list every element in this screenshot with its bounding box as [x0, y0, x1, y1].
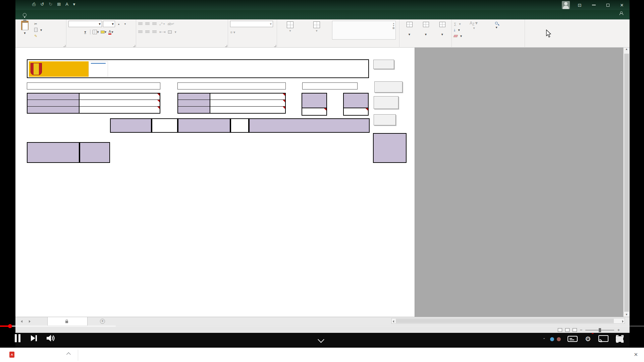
tray-expand-icon[interactable]: ⌃: [543, 338, 545, 341]
share-button[interactable]: [620, 11, 625, 15]
month-value-cell[interactable]: [230, 118, 249, 133]
zoom-slider[interactable]: [585, 330, 614, 330]
representante-section-title: [177, 82, 286, 89]
year-label-cell: [110, 118, 152, 133]
nombre-label: [178, 100, 210, 106]
cast-button[interactable]: [598, 335, 608, 343]
ere-value[interactable]: [79, 94, 160, 100]
zoom-in-icon[interactable]: +: [617, 327, 620, 333]
page-layout-icon[interactable]: [565, 328, 570, 332]
sort-filter-button[interactable]: AZ▼ ▾: [465, 21, 483, 39]
format-cells-button[interactable]: ▾: [434, 21, 450, 43]
empresa-table: [27, 93, 160, 114]
dia-hasta-value[interactable]: [343, 108, 369, 116]
divider: [78, 350, 78, 361]
next-sheet-icon[interactable]: [29, 320, 31, 323]
page-break-icon[interactable]: [573, 328, 577, 332]
find-select-button[interactable]: ▾: [486, 21, 507, 39]
sheet-tab-calendario[interactable]: [47, 317, 88, 326]
format-icon: [439, 22, 445, 27]
minimize-button[interactable]: [589, 1, 598, 9]
sheet-tab-bar: +: [15, 317, 630, 326]
month-label-cell: [178, 118, 230, 133]
fill-button[interactable]: ⤓ ▾: [454, 27, 462, 33]
close-download-bar-button[interactable]: ✕: [634, 352, 638, 358]
restore-button[interactable]: [603, 1, 612, 9]
player-controls-left: [14, 334, 64, 343]
sigma-icon: ∑: [454, 22, 457, 26]
progress-buffer: [0, 325, 116, 327]
avatar[interactable]: [562, 1, 570, 9]
next-button[interactable]: [30, 335, 38, 342]
dia-desde-label: [302, 93, 327, 108]
volume-button[interactable]: [46, 335, 55, 342]
sepe-logo: [89, 61, 108, 77]
zoom-out-icon[interactable]: −: [580, 327, 583, 333]
pause-button[interactable]: [14, 334, 21, 343]
pdf-file-icon: A: [9, 352, 14, 358]
month-name-cell: [249, 118, 370, 133]
ribbon-options-icon[interactable]: ⊡: [575, 1, 584, 9]
calculo-button[interactable]: [374, 96, 398, 109]
person-icon: [620, 11, 623, 15]
vertical-scrollbar-thumb[interactable]: [624, 54, 629, 312]
player-controls-right: ⚙: [568, 335, 624, 343]
dia-desde-value[interactable]: [302, 108, 327, 116]
ccc-value[interactable]: [79, 100, 160, 106]
hd-quality-badge: [592, 333, 594, 334]
horas-header: [79, 142, 110, 163]
vertical-scrollbar[interactable]: ▲ ▼: [623, 48, 630, 317]
tray-app2-icon[interactable]: [557, 337, 561, 341]
xml-button[interactable]: [374, 114, 396, 125]
download-bar: A ✕: [0, 348, 644, 362]
fill-down-icon: ⤓: [454, 28, 455, 32]
progress-scrubber[interactable]: [8, 324, 12, 328]
apellido-label: [178, 107, 210, 113]
nif-label: [28, 107, 79, 113]
subtitles-button[interactable]: [568, 335, 578, 343]
horizontal-scrollbar[interactable]: [391, 318, 625, 324]
mouse-cursor: [546, 29, 552, 38]
representante-table: [177, 93, 286, 114]
new-sheet-button[interactable]: +: [100, 319, 105, 324]
dni-nie-header: [27, 142, 79, 163]
nombre-value[interactable]: [210, 100, 285, 106]
nif-value[interactable]: [79, 107, 160, 113]
clear-button[interactable]: ▾: [454, 33, 462, 39]
ere-label: [28, 94, 79, 100]
normal-view-icon[interactable]: [558, 328, 562, 332]
year-value-cell[interactable]: [152, 118, 178, 133]
spain-crest-icon: [31, 63, 42, 75]
dia-hasta-label: [343, 93, 369, 108]
apellido-value[interactable]: [210, 107, 285, 113]
download-options-icon[interactable]: [66, 352, 71, 357]
ccc-label: [28, 100, 79, 106]
delete-icon: [423, 22, 429, 27]
form-header: [27, 59, 369, 78]
scroll-right-icon[interactable]: [622, 320, 624, 323]
settings-button[interactable]: ⚙: [585, 335, 591, 343]
ayuda-button[interactable]: [373, 60, 394, 69]
form-title: [108, 60, 370, 77]
delete-cells-button[interactable]: ▾: [418, 21, 434, 43]
total-dias-header: [373, 133, 407, 163]
borrar-button[interactable]: [374, 81, 402, 93]
fullscreen-button[interactable]: [616, 335, 624, 343]
progress-bar[interactable]: [0, 325, 644, 327]
periodo-section-title: [302, 82, 358, 89]
horizontal-scrollbar-thumb[interactable]: [396, 319, 614, 323]
empresa-section-title: [27, 82, 160, 89]
eraser-icon: [453, 35, 458, 37]
video-player: ⎙ ↺ ↻ ⊞ A ▾ ⊡ ✕: [0, 0, 644, 362]
group-editing: ∑ ▾ ⤓ ▾ ▾ AZ▼ ▾ ▾: [452, 19, 525, 48]
status-bar: − +: [15, 326, 630, 333]
magnifier-icon: [495, 22, 498, 24]
dni-value[interactable]: [210, 94, 285, 100]
lock-icon: [65, 321, 68, 323]
tray-app-icon[interactable]: [550, 337, 554, 341]
prev-sheet-icon[interactable]: [21, 320, 22, 323]
close-button[interactable]: ✕: [618, 1, 626, 9]
excel-window: ⎙ ↺ ↻ ⊞ A ▾ ⊡ ✕: [15, 0, 630, 348]
autosum-button[interactable]: ∑ ▾: [454, 21, 462, 27]
scroll-left-icon[interactable]: [393, 320, 394, 323]
